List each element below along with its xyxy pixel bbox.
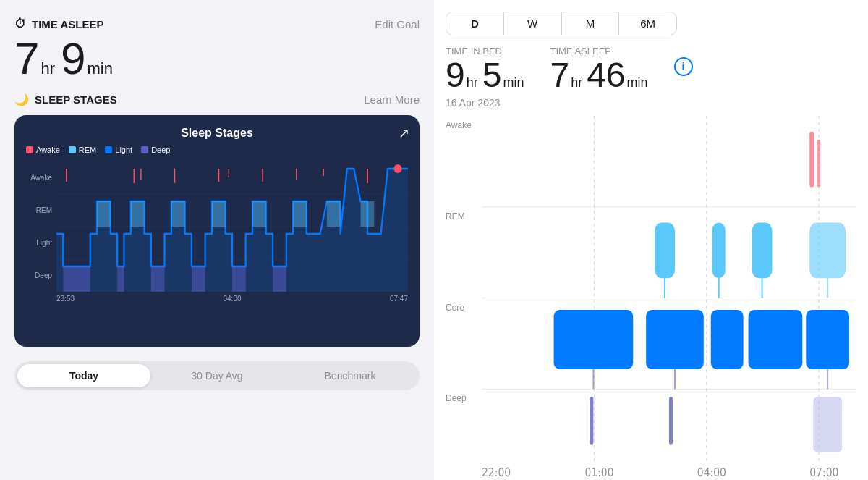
- svg-rect-41: [813, 397, 842, 452]
- period-tabs: D W M 6M: [446, 12, 677, 35]
- asleep-hours: 7: [14, 36, 39, 81]
- x-label-mid: 04:00: [223, 295, 241, 303]
- sleep-stages-chart: Awake REM Light Deep: [26, 161, 408, 292]
- time-asleep-label-right: TIME ASLEEP: [550, 46, 650, 56]
- svg-rect-39: [590, 397, 593, 445]
- bed-min-unit: min: [503, 75, 524, 90]
- svg-text:07:00: 07:00: [809, 466, 838, 479]
- deep-dot: [141, 146, 148, 153]
- sleep-stages-title: 🌙 SLEEP STAGES: [14, 93, 117, 106]
- svg-rect-21: [809, 132, 814, 188]
- bed-hours: 9: [446, 58, 465, 93]
- right-y-labels: Awake REM Core Deep: [446, 116, 482, 480]
- rem-label: REM: [79, 146, 96, 154]
- time-in-bed-label: TIME IN BED: [446, 46, 527, 56]
- tab-6month[interactable]: 6M: [619, 12, 676, 35]
- x-label-start: 23:53: [56, 295, 75, 303]
- svg-rect-26: [809, 223, 846, 279]
- right-chart-area: Awake REM Core Deep: [446, 116, 856, 480]
- tab-benchmark[interactable]: Benchmark: [284, 364, 417, 387]
- stats-row: TIME IN BED 9 hr 5 min TIME ASLEEP 7 hr …: [446, 46, 856, 93]
- sleep-chart-card: Sleep Stages ↗ Awake REM Light Deep: [14, 115, 420, 347]
- y-label-rem-right: REM: [446, 211, 465, 222]
- svg-rect-25: [752, 223, 773, 279]
- light-label: Light: [115, 146, 132, 154]
- asleep-min-unit-right: min: [627, 75, 648, 90]
- bed-hr-unit: hr: [467, 75, 478, 90]
- time-asleep-value: 7 hr 9 min: [14, 36, 420, 81]
- y-label-awake: Awake: [26, 174, 55, 182]
- date-label: 16 Apr 2023: [446, 97, 856, 109]
- time-asleep-title: ⏱ TIME ASLEEP: [14, 17, 103, 30]
- y-section-awake: Awake: [446, 116, 482, 207]
- x-axis-labels: 23:53 04:00 07:47: [26, 295, 408, 303]
- y-label-core-right: Core: [446, 303, 464, 313]
- svg-rect-33: [711, 310, 744, 369]
- bottom-tabs: Today 30 Day Avg Benchmark: [14, 361, 420, 390]
- svg-rect-35: [806, 310, 849, 369]
- sleep-waveform-svg: [56, 161, 408, 292]
- moon-clock-icon: ⏱: [14, 17, 26, 30]
- deep-label: Deep: [151, 146, 170, 154]
- right-panel: D W M 6M TIME IN BED 9 hr 5 min TIME ASL…: [434, 0, 868, 480]
- chart-title: Sleep Stages: [26, 127, 408, 140]
- asleep-minutes: 9: [61, 36, 85, 81]
- legend-rem: REM: [69, 146, 96, 154]
- svg-text:01:00: 01:00: [584, 466, 613, 479]
- edit-goal-button[interactable]: Edit Goal: [375, 18, 420, 30]
- time-asleep-block: TIME ASLEEP 7 hr 46 min: [550, 46, 650, 93]
- crescent-moon-icon: 🌙: [14, 93, 29, 106]
- learn-more-button[interactable]: Learn More: [364, 93, 420, 106]
- y-axis-labels: Awake REM Light Deep: [26, 161, 55, 292]
- bed-minutes: 5: [482, 58, 502, 93]
- x-label-end: 07:47: [390, 295, 408, 303]
- time-asleep-value-right: 7 hr 46 min: [550, 58, 650, 93]
- sleep-stages-header: 🌙 SLEEP STAGES Learn More: [14, 93, 420, 106]
- tab-30day[interactable]: 30 Day Avg: [150, 364, 284, 387]
- legend-awake: Awake: [26, 146, 60, 154]
- rem-dot: [69, 146, 76, 153]
- time-in-bed-value: 9 hr 5 min: [446, 58, 527, 93]
- chart-legend: Awake REM Light Deep: [26, 146, 408, 154]
- tab-day[interactable]: D: [446, 12, 504, 35]
- y-section-deep: Deep: [446, 389, 482, 480]
- y-section-rem: REM: [446, 207, 482, 298]
- y-label-rem: REM: [26, 206, 55, 214]
- y-label-awake-right: Awake: [446, 120, 472, 130]
- legend-light: Light: [105, 146, 132, 154]
- info-button[interactable]: i: [674, 57, 693, 76]
- asleep-minutes-right: 46: [587, 58, 625, 93]
- right-sleep-chart-svg: 22:00 01:00 04:00 07:00: [482, 116, 856, 480]
- svg-rect-34: [749, 310, 803, 369]
- svg-rect-24: [712, 223, 726, 279]
- y-label-deep: Deep: [26, 271, 55, 279]
- svg-rect-23: [655, 223, 675, 279]
- svg-text:04:00: 04:00: [697, 466, 726, 479]
- y-section-core: Core: [446, 298, 482, 390]
- expand-icon[interactable]: ↗: [399, 125, 409, 141]
- svg-text:22:00: 22:00: [482, 466, 511, 479]
- right-chart-inner: Awake REM Core Deep: [446, 116, 856, 480]
- awake-label: Awake: [36, 146, 60, 154]
- y-label-light: Light: [26, 239, 55, 247]
- light-dot: [105, 146, 112, 153]
- legend-deep: Deep: [141, 146, 170, 154]
- right-chart-svg-container: 22:00 01:00 04:00 07:00: [482, 116, 856, 480]
- time-asleep-header: ⏱ TIME ASLEEP Edit Goal: [14, 17, 420, 30]
- asleep-min-unit: min: [88, 59, 113, 78]
- time-in-bed-block: TIME IN BED 9 hr 5 min: [446, 46, 527, 93]
- svg-rect-40: [669, 397, 673, 445]
- y-label-deep-right: Deep: [446, 393, 467, 403]
- svg-rect-32: [646, 310, 704, 369]
- tab-month[interactable]: M: [562, 12, 620, 35]
- tab-week[interactable]: W: [504, 12, 562, 35]
- tab-today[interactable]: Today: [17, 364, 150, 387]
- asleep-hr-unit-right: hr: [571, 75, 582, 90]
- svg-rect-31: [554, 310, 634, 369]
- svg-rect-22: [817, 140, 820, 188]
- left-panel: ⏱ TIME ASLEEP Edit Goal 7 hr 9 min 🌙 SLE…: [0, 0, 434, 480]
- svg-point-13: [393, 164, 401, 173]
- awake-dot: [26, 146, 33, 153]
- chart-svg-container: [56, 161, 408, 292]
- asleep-hr-unit: hr: [41, 59, 55, 78]
